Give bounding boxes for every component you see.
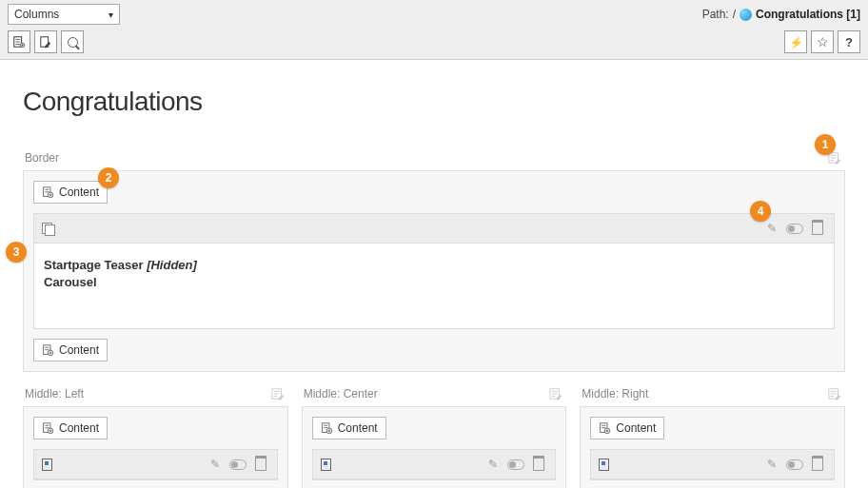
path-sep: / xyxy=(733,8,736,21)
toolbar-btn-1[interactable] xyxy=(8,30,30,53)
delete-icon[interactable] xyxy=(809,456,826,473)
view-select-value: Columns xyxy=(14,8,59,21)
star-icon xyxy=(817,34,829,49)
search-button[interactable] xyxy=(61,30,84,53)
annotation-3: 3 xyxy=(6,242,27,263)
edit-section-icon[interactable] xyxy=(826,385,843,402)
path-current[interactable]: Congratulations [1] xyxy=(756,8,860,21)
add-content-label: Content xyxy=(59,343,99,357)
edit-section-icon[interactable] xyxy=(269,385,286,402)
columns-row: Middle: Left Content xyxy=(23,385,845,488)
edit-icon[interactable] xyxy=(207,456,224,473)
section-label: Border xyxy=(25,151,59,165)
delete-icon[interactable] xyxy=(809,220,826,237)
content-block: 4 3 Startpage Teaser [Hidden] Carousel xyxy=(33,213,835,329)
add-content-button[interactable]: Content xyxy=(33,417,108,439)
toggle-icon[interactable] xyxy=(229,456,247,473)
add-content-button[interactable]: Content xyxy=(312,417,386,439)
annotation-4: 4 xyxy=(750,201,771,222)
add-content-button[interactable]: Content xyxy=(33,181,108,204)
block-title: Startpage Teaser xyxy=(44,258,144,272)
doc-icon[interactable] xyxy=(321,459,331,471)
toggle-icon[interactable] xyxy=(786,220,803,237)
add-content-label: Content xyxy=(59,421,99,435)
content-block xyxy=(312,449,557,480)
doc-icon[interactable] xyxy=(599,459,609,471)
add-content-label: Content xyxy=(59,185,99,199)
annotation-1: 1 xyxy=(815,134,836,155)
add-content-icon xyxy=(42,186,54,199)
delete-icon[interactable] xyxy=(530,456,547,473)
search-icon xyxy=(68,37,78,48)
help-button[interactable] xyxy=(838,30,860,53)
path-label: Path: xyxy=(702,8,729,21)
section-label: Middle: Center xyxy=(304,387,378,400)
edit-icon[interactable] xyxy=(763,220,780,237)
add-content-label: Content xyxy=(616,421,656,435)
edit-section-icon[interactable] xyxy=(547,385,564,402)
chevron-down-icon: ▾ xyxy=(108,10,113,20)
add-content-icon xyxy=(599,422,611,435)
page-title: Congratulations xyxy=(23,87,845,117)
edit-icon[interactable] xyxy=(484,456,502,473)
section-mid-left: Middle: Left Content xyxy=(23,385,288,488)
doc-icon[interactable] xyxy=(42,459,52,471)
section-label: Middle: Right xyxy=(582,387,648,400)
add-content-label: Content xyxy=(338,421,378,435)
toggle-icon[interactable] xyxy=(507,456,524,473)
section-mid-center: Middle: Center Content xyxy=(302,385,567,488)
page-body: Congratulations Border 1 Content 2 xyxy=(0,60,868,488)
block-subtitle: Carousel xyxy=(44,275,97,289)
bolt-icon xyxy=(789,35,803,49)
section-label: Middle: Left xyxy=(25,387,84,400)
toggle-icon[interactable] xyxy=(786,456,803,473)
breadcrumb: Path: / Congratulations [1] xyxy=(702,8,860,21)
content-block xyxy=(590,449,835,480)
content-block xyxy=(33,449,278,480)
annotation-2: 2 xyxy=(98,167,119,188)
edit-icon[interactable] xyxy=(763,456,780,473)
help-icon xyxy=(845,35,853,49)
add-content-icon xyxy=(42,422,54,435)
add-content-button-2[interactable]: Content xyxy=(33,339,108,361)
delete-icon[interactable] xyxy=(252,456,269,473)
favorite-button[interactable] xyxy=(811,30,834,53)
view-select[interactable]: Columns ▾ xyxy=(8,4,120,25)
globe-icon xyxy=(740,9,752,21)
section-mid-right: Middle: Right Content xyxy=(580,385,845,488)
add-content-icon xyxy=(42,344,54,357)
publish-button[interactable] xyxy=(784,30,807,53)
add-content-button[interactable]: Content xyxy=(590,417,664,439)
copy-icon[interactable] xyxy=(42,223,54,235)
toolbar-btn-2[interactable] xyxy=(34,30,57,53)
toolbar: Columns ▾ Path: / Congratulations [1] xyxy=(0,0,868,60)
add-content-icon xyxy=(321,422,333,435)
section-border: Border 1 Content 2 xyxy=(23,149,845,372)
block-status: [Hidden] xyxy=(147,258,197,272)
